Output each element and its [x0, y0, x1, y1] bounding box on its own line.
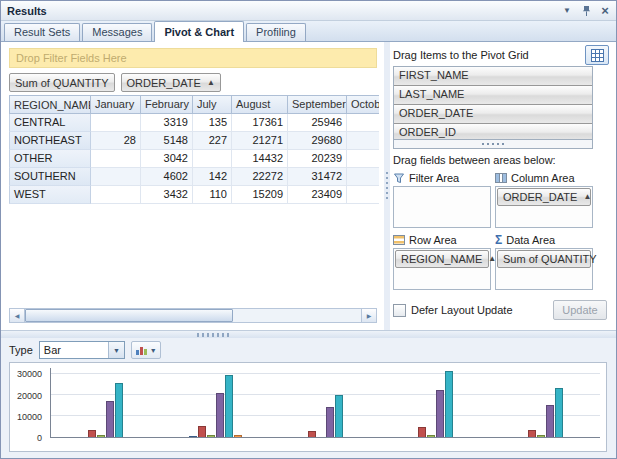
- table-row: CENTRAL 3319 135 17361 25946: [9, 114, 379, 132]
- update-button[interactable]: Update: [553, 300, 607, 320]
- chart-y-axis: 0100002000030000: [10, 368, 46, 438]
- cell: 14432: [232, 150, 288, 168]
- cell: 3042: [141, 150, 193, 168]
- bar-group-other: [299, 368, 352, 437]
- bar-february-west: [528, 430, 536, 437]
- cell: 5148: [141, 132, 193, 150]
- column-area-box[interactable]: ORDER_DATE ▲: [495, 186, 593, 228]
- row-area-field[interactable]: REGION_NAME ▲: [395, 250, 489, 268]
- column-header-september[interactable]: September: [288, 95, 347, 114]
- pivot-field-buttons: Sum of QUANTITY ORDER_DATE ▲: [9, 73, 221, 92]
- close-button[interactable]: ×: [597, 3, 613, 18]
- chart-type-value: Bar: [40, 342, 108, 358]
- column-header-february[interactable]: February: [141, 95, 193, 114]
- cell: 4602: [141, 168, 193, 186]
- table-row: WEST 3432 110 15209 23409: [9, 186, 379, 204]
- field-item-order-id[interactable]: ORDER_ID: [394, 124, 592, 140]
- column-field-button[interactable]: ORDER_DATE ▲: [121, 73, 221, 92]
- bar-july-central: [97, 435, 105, 437]
- field-list-resize-handle[interactable]: [393, 140, 593, 149]
- chart-section: Type Bar ▼ ▼ 0100002000030000: [1, 338, 616, 458]
- cell: [347, 186, 379, 204]
- field-item-first-name[interactable]: FIRST_NAME: [394, 67, 592, 86]
- row-header-southern[interactable]: SOUTHERN: [9, 168, 91, 186]
- drop-filter-zone[interactable]: Drop Filter Fields Here: [9, 48, 377, 68]
- tab-profiling[interactable]: Profiling: [246, 23, 306, 41]
- title-bar: Results ▼ ×: [1, 1, 616, 21]
- row-area-box[interactable]: REGION_NAME ▲: [393, 248, 491, 290]
- bar-september-northeast: [225, 375, 233, 437]
- pivot-grid-layout-button[interactable]: [585, 45, 609, 65]
- column-header-october[interactable]: October: [347, 95, 379, 114]
- sort-asc-icon: ▲: [583, 193, 591, 201]
- sigma-icon: Σ: [495, 234, 502, 246]
- bar-february-northeast: [198, 426, 206, 437]
- defer-layout-checkbox[interactable]: [393, 304, 406, 317]
- scroll-left-button[interactable]: ◀: [10, 309, 25, 322]
- chevron-down-icon: ▼: [113, 347, 120, 354]
- bar-february-other: [308, 431, 316, 437]
- grip-dots-icon: [482, 143, 504, 145]
- row-header-other[interactable]: OTHER: [9, 150, 91, 168]
- row-field-header[interactable]: REGION_NAME ▲: [9, 95, 91, 114]
- data-area-field[interactable]: Sum of QUANTITY: [497, 250, 591, 268]
- horizontal-scrollbar[interactable]: ◀ ▶: [9, 308, 377, 323]
- scroll-right-button[interactable]: ▶: [361, 309, 376, 322]
- column-header-july[interactable]: July: [193, 95, 232, 114]
- rows-icon: [393, 234, 405, 246]
- horizontal-splitter[interactable]: [1, 330, 616, 338]
- field-item-order-date[interactable]: ORDER_DATE: [394, 105, 592, 124]
- chart-toolbar: Type Bar ▼ ▼: [9, 340, 161, 360]
- cell: 28: [91, 132, 141, 150]
- row-header-central[interactable]: CENTRAL: [9, 114, 91, 132]
- data-area-box[interactable]: Sum of QUANTITY: [495, 248, 593, 290]
- cell: 17361: [232, 114, 288, 132]
- y-tick-label: 20000: [17, 391, 42, 401]
- pivot-chart-page: Drop Filter Fields Here Sum of QUANTITY …: [1, 42, 616, 330]
- chart-plot-area: [50, 368, 600, 438]
- pivot-header-row: REGION_NAME ▲ January February July Augu…: [9, 95, 379, 114]
- funnel-icon: [393, 172, 405, 184]
- combo-arrow-button[interactable]: ▼: [108, 342, 124, 358]
- cell: 20239: [288, 150, 347, 168]
- bar-group-southern: [409, 368, 462, 437]
- column-header-august[interactable]: August: [232, 95, 288, 114]
- cell: [347, 150, 379, 168]
- mini-bar-chart-icon: [135, 344, 148, 356]
- row-area: Row Area REGION_NAME ▲: [393, 232, 491, 290]
- row-header-northeast[interactable]: NORTHEAST: [9, 132, 91, 150]
- tab-result-sets[interactable]: Result Sets: [4, 23, 80, 41]
- cell: [91, 114, 141, 132]
- grid-icon: [591, 49, 604, 62]
- filter-area-box[interactable]: [393, 186, 491, 228]
- columns-icon: [495, 172, 507, 184]
- pin-button[interactable]: [578, 3, 594, 18]
- table-row: OTHER 3042 14432 20239: [9, 150, 379, 168]
- data-field-button[interactable]: Sum of QUANTITY: [9, 73, 115, 92]
- y-tick-label: 0: [37, 433, 42, 443]
- field-chooser-panel: Drag Items to the Pivot Grid FIRST_NAME …: [390, 42, 616, 330]
- panel-title: Results: [1, 5, 559, 17]
- defer-layout-row: Defer Layout Update Update: [393, 300, 607, 320]
- chart-options-button[interactable]: ▼: [131, 341, 161, 359]
- bar-august-other: [326, 407, 334, 437]
- cell: 3319: [141, 114, 193, 132]
- scroll-left-icon: ◀: [15, 312, 20, 319]
- row-header-west[interactable]: WEST: [9, 186, 91, 204]
- column-header-january[interactable]: January: [91, 95, 141, 114]
- tab-messages[interactable]: Messages: [82, 23, 152, 41]
- bar-july-west: [537, 435, 545, 437]
- scrollbar-thumb[interactable]: [25, 309, 233, 322]
- window-position-button[interactable]: ▼: [559, 3, 575, 18]
- cell: [91, 186, 141, 204]
- field-item-last-name[interactable]: LAST_NAME: [394, 86, 592, 105]
- tab-pivot-chart[interactable]: Pivot & Chart: [154, 21, 244, 42]
- tab-bar: Result Sets Messages Pivot & Chart Profi…: [1, 21, 616, 42]
- column-area-field[interactable]: ORDER_DATE ▲: [497, 188, 591, 206]
- scrollbar-track[interactable]: [25, 309, 361, 322]
- bar-group-central: [79, 368, 132, 437]
- pivot-table: REGION_NAME ▲ January February July Augu…: [9, 95, 379, 204]
- chart-type-select[interactable]: Bar ▼: [39, 341, 125, 359]
- table-row: NORTHEAST 28 5148 227 21271 29680: [9, 132, 379, 150]
- bar-january-northeast: [189, 436, 197, 437]
